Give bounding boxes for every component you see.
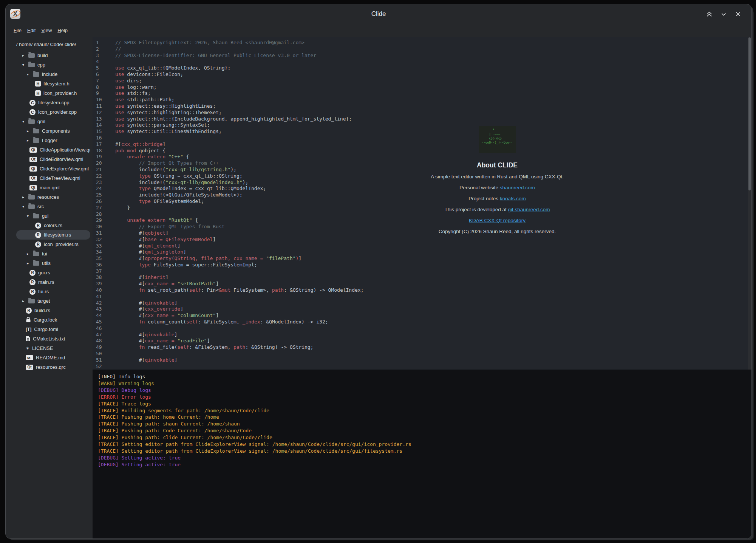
chevron-expanded-icon[interactable]: ▾ — [27, 214, 31, 218]
line-number: 50 — [96, 351, 109, 357]
line-number: 42 — [96, 300, 109, 306]
about-copyright: Copyright (C) 2026 Shaun Reed, all right… — [422, 228, 573, 235]
git-repo-link[interactable]: git.shaunreed.com — [508, 207, 550, 212]
tree-item-label: tui — [42, 251, 47, 257]
tree-item[interactable]: ▸Components — [16, 126, 90, 136]
window-titlebar[interactable]: X Clide — [6, 4, 751, 24]
log-line: [TRACE] Pushing path: Code Current: /hom… — [98, 427, 751, 434]
chevron-expanded-icon[interactable]: ▾ — [27, 72, 31, 76]
tree-item[interactable]: ▸Logger — [16, 136, 90, 145]
tree-item[interactable]: ▸target — [16, 296, 90, 306]
tree-item[interactable]: Ricon_provider.rs — [16, 240, 90, 249]
tree-item[interactable]: QtClideApplicationView.qml — [16, 145, 90, 155]
tree-item[interactable]: Qtresources.qrc — [16, 362, 90, 372]
chevron-down-icon — [720, 11, 727, 18]
header-file-icon: H — [35, 90, 41, 96]
about-panel: * | .===. {}o o{} ·-ooO--(_)--Ooo-· Abou… — [422, 126, 573, 235]
tree-item[interactable]: Rmain.rs — [16, 277, 90, 287]
code-line: // SPDX-License-Identifier: GNU General … — [115, 53, 751, 59]
tree-item[interactable]: Cfilesystem.cpp — [16, 98, 90, 107]
code-line: #[qinvokable] — [115, 300, 751, 306]
tree-item[interactable]: ▾cpp — [16, 60, 90, 70]
tree-item[interactable]: QtClideEditorView.qml — [16, 155, 90, 164]
close-button[interactable] — [734, 11, 742, 18]
menu-edit[interactable]: Edit — [27, 28, 36, 33]
tree-item[interactable]: ▸resources — [16, 192, 90, 202]
code-editor[interactable]: 1234567891011121314151617181920212223242… — [93, 37, 751, 370]
line-number: 36 — [96, 262, 109, 268]
tree-item[interactable]: ▸tui — [16, 249, 90, 258]
tree-item[interactable]: ▾src — [16, 202, 90, 211]
tree-item[interactable]: Rtui.rs — [16, 287, 90, 296]
rust-file-icon: R — [35, 241, 41, 248]
double-chevron-up-icon — [706, 11, 713, 18]
line-number: 5 — [96, 65, 109, 71]
close-icon — [734, 11, 742, 18]
tree-item[interactable]: Cargo.lock — [16, 315, 90, 325]
menu-file[interactable]: File — [14, 28, 22, 33]
chevron-collapsed-icon[interactable]: ▸ — [27, 129, 31, 133]
about-notes-prefix: Project notes — [468, 196, 500, 201]
tree-item[interactable]: Qtmain.qml — [16, 183, 90, 192]
tree-item[interactable]: CMakeLists.txt — [16, 334, 90, 343]
tree-item[interactable]: Rcolors.rs — [16, 221, 90, 230]
chevron-collapsed-icon[interactable]: ▸ — [22, 53, 26, 57]
tree-item[interactable]: Hicon_provider.h — [16, 88, 90, 98]
tree-item[interactable]: Hfilesystem.h — [16, 79, 90, 88]
tree-item[interactable]: ▸build — [16, 51, 90, 60]
project-notes-link[interactable]: knoats.com — [500, 196, 526, 201]
line-number: 52 — [96, 364, 109, 370]
kdab-repo-link[interactable]: KDAB CXX-Qt repository — [469, 218, 526, 223]
tree-item[interactable]: ▾qml — [16, 117, 90, 126]
rust-file-icon: R — [35, 223, 41, 229]
tree-item-label: ClideApplicationView.qml — [40, 147, 90, 153]
log-console[interactable]: [INFO] Info logs[WARN] Warning logs[DEBU… — [93, 370, 751, 538]
line-number: 7 — [96, 78, 109, 84]
chevron-collapsed-icon[interactable]: ▸ — [22, 195, 26, 199]
tree-item[interactable]: Cicon_provider.cpp — [16, 107, 90, 117]
chevron-expanded-icon[interactable]: ▾ — [22, 204, 26, 209]
chevron-collapsed-icon[interactable]: ▸ — [22, 299, 26, 303]
qt-file-icon: Qt — [29, 185, 37, 190]
tree-item[interactable]: ▸utils — [16, 258, 90, 268]
menu-view[interactable]: View — [41, 28, 52, 33]
tree-item[interactable]: Rfilesystem.rs — [16, 230, 90, 240]
line-number: 14 — [96, 122, 109, 128]
chevron-expanded-icon[interactable]: ▾ — [22, 63, 26, 67]
rust-file-icon: R — [29, 270, 36, 276]
tree-item[interactable]: ▾include — [16, 70, 90, 79]
tree-item-label: README.md — [36, 355, 65, 360]
log-line: [TRACE] Setting editor path from ClideEx… — [98, 448, 751, 455]
chevron-expanded-icon[interactable]: ▾ — [22, 119, 26, 124]
menu-bar: FileEditViewHelp — [6, 24, 751, 37]
tree-item[interactable]: M↓README.md — [16, 353, 90, 362]
tree-item[interactable]: QtClideExplorerView.qml — [16, 164, 90, 173]
tree-item[interactable]: [T]Cargo.toml — [16, 325, 90, 334]
minimize-button[interactable] — [720, 11, 727, 18]
personal-website-link[interactable]: shaunreed.com — [500, 185, 535, 190]
tree-item[interactable]: Rgui.rs — [16, 268, 90, 277]
log-line: [TRACE] Pushing path: shaun Current: /ho… — [98, 421, 751, 427]
tree-item[interactable]: ✶LICENSE — [16, 343, 90, 353]
log-line: [TRACE] Building segments for path: /hom… — [98, 407, 751, 414]
license-star-icon: ✶ — [26, 346, 29, 351]
menu-help[interactable]: Help — [57, 28, 68, 33]
tree-item[interactable]: Rbuild.rs — [16, 306, 90, 315]
tree-item-label: build — [37, 53, 48, 58]
tree-item-label: build.rs — [34, 308, 50, 313]
cpp-file-icon: C — [29, 109, 36, 115]
tree-item[interactable]: ▾gui — [16, 211, 90, 221]
file-tree: ▸build▾cpp▾includeHfilesystem.hHicon_pro… — [6, 51, 93, 372]
chevron-collapsed-icon[interactable]: ▸ — [27, 261, 31, 265]
editor-scrollbar-thumb[interactable] — [748, 37, 751, 190]
file-explorer[interactable]: / home/ shaun/ Code/ clide/ ▸build▾cpp▾i… — [6, 37, 93, 538]
shade-button[interactable] — [706, 11, 713, 18]
folder-icon — [33, 214, 39, 218]
line-number: 1 — [96, 40, 109, 46]
code-line — [115, 351, 751, 357]
chevron-collapsed-icon[interactable]: ▸ — [27, 252, 31, 256]
line-number: 35 — [96, 255, 109, 262]
chevron-collapsed-icon[interactable]: ▸ — [27, 138, 31, 142]
tree-item[interactable]: QtClideTreeView.qml — [16, 173, 90, 183]
line-number: 44 — [96, 312, 109, 319]
